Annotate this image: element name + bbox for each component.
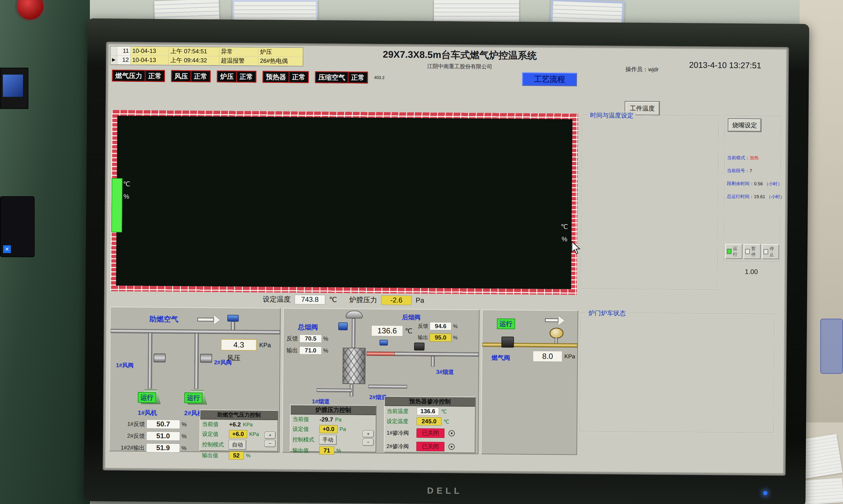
air-out-row: 输出值52% (200, 450, 277, 461)
alarm-date: 10-04-13 (131, 47, 169, 55)
alarm-type: 异常 (219, 47, 258, 56)
monitor-brand-logo: DELL (427, 485, 463, 496)
air-decrease-button[interactable]: − (265, 440, 275, 447)
precool-control-title: 预热器掺冷控制 (385, 397, 475, 407)
alarm-list[interactable]: 1110-04-13上午 07:54:51异常炉压▶1210-04-13上午 0… (110, 46, 303, 67)
set-temp-value[interactable]: 743.8 (295, 294, 325, 304)
flue-feedback-value: 70.5 (300, 335, 322, 343)
fan-valve-1-icon[interactable] (154, 354, 165, 362)
fans-output-value: 51.9 (146, 443, 180, 453)
stop-checkbox[interactable]: 停止 (762, 244, 779, 259)
status-state: 正常 (190, 71, 210, 82)
precool-valve2-state: 已关闭 (416, 442, 444, 451)
status-state: 正常 (145, 71, 164, 81)
stop-checkbox-box (764, 249, 768, 254)
flue-valve-stem (352, 318, 355, 348)
alarm-time: 上午 09:44:32 (169, 56, 219, 65)
chamber-set-value[interactable]: +0.0 (320, 425, 338, 433)
photo-scene: ✕ 1110-04-13上午 07:54:51异常炉压▶1210-04-13上午… (0, 0, 843, 504)
rear-valve-icon[interactable] (414, 343, 424, 350)
thermocouple-row-odd (131, 208, 556, 211)
valve1-eye-icon[interactable] (449, 430, 455, 436)
chamber-pressure-unit: Pa (416, 296, 424, 304)
run-checkbox[interactable]: 运行 (725, 244, 742, 259)
fan1-feedback-value: 50.7 (146, 419, 180, 429)
air-out-value[interactable]: 52 (229, 451, 244, 459)
chamber-pressure-control-title: 炉膛压力控制 (290, 405, 376, 415)
chamber-out-value[interactable]: 71 (319, 446, 334, 454)
precool-cur-value: 136.6 (417, 407, 439, 415)
precool-valve2-row: 2#掺冷阀已关闭 (384, 440, 475, 453)
cup (820, 319, 843, 374)
chamber-cur-row: 当前值-29.7Pa (290, 414, 376, 425)
status-indicator: 压缩空气正常 (315, 71, 368, 84)
door-cart-legend: 炉门炉车状态 (586, 309, 628, 317)
chamber-pressure-value[interactable]: -2.6 (381, 295, 412, 305)
rear-feedback-value: 94.6 (430, 322, 451, 330)
gas-pressure-value: 8.0 (533, 351, 562, 362)
current-mode-line: 当前模式：加热 (727, 155, 780, 161)
power-led (763, 491, 767, 495)
precool-cur-row: 当前温度136.6℃ (384, 406, 475, 417)
current-segment-line: 当前段号：7 (727, 167, 780, 174)
air-pressure-value[interactable]: 403.2 (374, 75, 384, 80)
flue-valve-handle-icon[interactable] (338, 323, 348, 330)
alarm-date: 10-04-13 (131, 55, 169, 65)
furnace-door-state (111, 178, 123, 232)
gas-valve-icon[interactable] (501, 337, 514, 347)
wind-pressure-value[interactable]: 4.3 (221, 339, 256, 350)
door-cart-status-group: 炉门炉车状态 (580, 312, 775, 433)
chamber-mode-button[interactable]: 手动 (319, 435, 336, 445)
fan-2-run-badge: 运行 (184, 393, 202, 403)
precool-set-value[interactable]: 245.0 (417, 417, 442, 426)
total-runtime-value: 19.61 (754, 194, 765, 199)
pause-checkbox[interactable]: 暂停 (743, 244, 760, 259)
temp-sensor-icon (379, 340, 388, 345)
main-flue-valve-label: 总烟阀 (298, 323, 318, 332)
valve2-eye-icon[interactable] (448, 444, 454, 450)
burner-settings-button[interactable]: 烧嘴设定 (728, 119, 761, 132)
operator-line: 操作员：wjdr (626, 65, 659, 73)
total-runtime-line: 总运行时间：19.61 （小时） (727, 193, 779, 200)
close-icon: ✕ (3, 245, 11, 253)
top-burner-row (126, 117, 557, 172)
air-pressure-control-title: 助燃空气压力控制 (200, 410, 277, 420)
flow-arrow-icon (197, 318, 214, 322)
rear-pipe (394, 352, 479, 357)
gas-readouts (484, 373, 576, 374)
desk-device: ✕ (0, 196, 35, 257)
flue-temp-value: 136.6 (371, 325, 403, 337)
fan-valve-2-icon[interactable] (200, 354, 212, 363)
status-state: 正常 (288, 72, 308, 83)
chamber-increase-button[interactable]: + (363, 430, 374, 437)
status-state: 正常 (236, 72, 255, 82)
duct1-label: 1#烟道 (312, 398, 330, 406)
air-set-value[interactable]: +6.0 (229, 430, 247, 438)
pause-checkbox-box (745, 249, 750, 254)
chamber-pressure-control: 炉膛压力控制 当前值-29.7Pa 设定值+0.0Pa 控制模式手动 输出值71… (290, 404, 376, 452)
chamber-decrease-button[interactable]: − (363, 439, 374, 445)
chamber-cur-value: -29.7 (320, 416, 333, 423)
fan-1-label: 1#风机 (138, 409, 157, 417)
process-flow-button[interactable]: 工艺流程 (522, 72, 577, 86)
segment-remaining-line: 段剩余时间：0.56 （小时） (727, 180, 779, 187)
alarm-row[interactable]: 1110-04-13上午 07:54:51异常炉压 (110, 47, 303, 57)
air-increase-button[interactable]: + (265, 432, 275, 438)
datetime: 2013-4-10 13:27:51 (689, 60, 761, 70)
rear-output-value[interactable]: 95.0 (430, 333, 451, 342)
air-cur-row: 当前值+6.2KPa (200, 419, 277, 429)
air-pressure-control: 助燃空气压力控制 当前值+6.2KPa 设定值+6.0KPa 控制模式自动 输出… (199, 410, 278, 452)
operator-value: wjdr (648, 66, 659, 73)
air-mode-button[interactable]: 自动 (229, 440, 246, 450)
segment-table-group: 时间与温度设定 (581, 115, 719, 290)
alarm-number: 11 (117, 47, 131, 55)
duct1-pipe (317, 388, 352, 392)
gas-pipe (482, 343, 577, 347)
alarm-time: 上午 07:54:51 (169, 47, 219, 56)
set-temp-label: 设定温度 (263, 295, 290, 303)
status-name: 预热器 (263, 72, 288, 82)
status-indicator: 炉压正常 (217, 71, 256, 83)
alarm-row[interactable]: ▶1210-04-13上午 09:44:32超温报警26#热电偶 (110, 55, 303, 66)
status-name: 压缩空气 (316, 72, 348, 83)
pipe (194, 333, 199, 389)
